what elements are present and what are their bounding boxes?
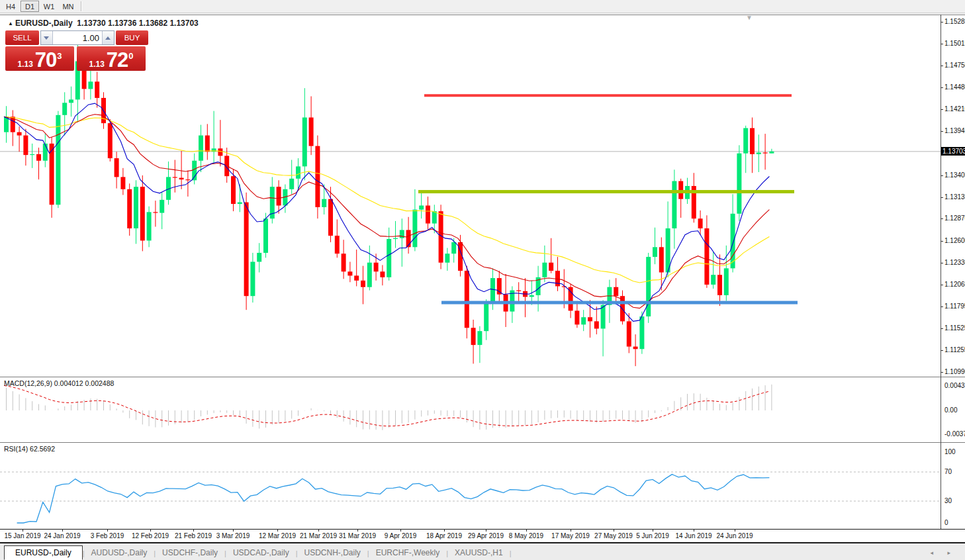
time-axis-tick: [735, 530, 735, 532]
timeframe-button-w1[interactable]: W1: [40, 1, 58, 12]
horizontal-trend-line[interactable]: [424, 94, 792, 97]
main-chart-panel[interactable]: ▲EURUSD-,Daily 1.13730 1.13736 1.13682 1…: [0, 15, 965, 377]
price-axis-tick: [941, 306, 943, 307]
candle-body: [185, 179, 190, 180]
volume-decrease-button[interactable]: [41, 31, 53, 44]
price-axis-tick: [941, 263, 943, 263]
time-axis-label: 27 May 2019: [594, 532, 633, 539]
time-axis-label: 31 Mar 2019: [339, 532, 376, 539]
price-axis-label: 1.12330: [944, 259, 965, 266]
chart-tab-xauusd[interactable]: XAUUSD-,H1: [448, 546, 510, 559]
chart-shift-marker-icon[interactable]: ▼: [746, 14, 753, 21]
rsi-chart-canvas: [0, 443, 941, 529]
chart-ohlc-values: 1.13730 1.13736 1.13682 1.13703: [77, 19, 199, 28]
toolbar-separator: [81, 1, 82, 11]
chart-tab-bar: ◂ ▸ EURUSD-,Daily|AUDUSD-,Daily|USDCHF-,…: [0, 542, 965, 560]
candle-body: [588, 317, 592, 321]
time-axis-label: 24 Jan 2019: [44, 532, 80, 539]
rsi-axis-label: 100: [944, 448, 956, 455]
candle-body: [717, 275, 722, 295]
candle-body: [17, 132, 22, 136]
tab-scroll-right-icon[interactable]: ▸: [947, 549, 950, 556]
moving-average-line: [4, 103, 769, 321]
time-axis-tick: [318, 530, 319, 532]
candle-body: [704, 228, 709, 285]
time-axis-tick: [653, 530, 653, 532]
triangle-down-icon: [44, 36, 49, 40]
macd-label: MACD(12,26,9) 0.004012 0.002488: [4, 379, 114, 387]
chart-tab-usdcnh[interactable]: USDCNH-,Daily: [298, 546, 367, 559]
chart-tab-usdcad[interactable]: USDCAD-,Daily: [226, 546, 296, 559]
candle-body: [322, 199, 326, 207]
candle-body: [36, 154, 41, 161]
candle-body: [354, 275, 359, 280]
candle-body: [361, 281, 365, 287]
candle-body: [633, 347, 638, 350]
time-axis-label: 15 Jan 2019: [4, 532, 40, 539]
candle-body: [173, 177, 177, 177]
candle-body: [244, 203, 249, 297]
time-axis-label: 21 Feb 2019: [175, 532, 212, 539]
current-price-badge: 1.13703: [941, 147, 965, 156]
candle-body: [250, 261, 255, 296]
horizontal-trend-line[interactable]: [418, 190, 794, 193]
time-axis-label: 9 Apr 2019: [385, 532, 416, 539]
time-axis-label: 8 May 2019: [509, 532, 543, 539]
price-axis-tick: [941, 328, 943, 329]
chart-tab-eurusd[interactable]: EURUSD-,Daily: [4, 545, 83, 560]
time-axis-label: 21 Mar 2019: [300, 532, 337, 539]
candle-body: [134, 187, 138, 228]
candle-body: [277, 187, 281, 205]
price-axis-label: 1.14480: [944, 83, 965, 91]
candle-body: [763, 152, 768, 153]
volume-increase-button[interactable]: [102, 31, 114, 44]
chart-tab-eurchf[interactable]: EURCHF-,Weekly: [369, 546, 446, 559]
price-axis-tick: [941, 87, 943, 88]
timeframe-button-h4[interactable]: H4: [1, 1, 20, 12]
chart-tab-usdchf[interactable]: USDCHF-,Daily: [156, 546, 224, 559]
time-axis-label: 17 May 2019: [551, 532, 590, 539]
time-axis-tick: [571, 530, 571, 532]
tab-scroll-left-icon[interactable]: ◂: [930, 549, 933, 556]
mt4-window: H4D1W1MN ▲EURUSD-,Daily 1.13730 1.13736 …: [0, 0, 965, 560]
price-axis-tick: [941, 109, 943, 110]
sell-price-sup: 3: [57, 46, 62, 66]
time-axis-tick: [526, 530, 527, 532]
price-axis-label: 1.12065: [944, 281, 965, 288]
candle-body: [451, 242, 456, 254]
candle-body: [490, 278, 495, 303]
macd-axis-label: 0.004375: [944, 382, 965, 389]
horizontal-trend-line[interactable]: [441, 301, 798, 304]
time-axis-tick: [486, 530, 486, 532]
macd-indicator-panel: MACD(12,26,9) 0.004012 0.002488: [0, 377, 965, 442]
collapse-arrow-icon[interactable]: ▲: [8, 21, 13, 26]
buy-price-button[interactable]: 1.13720: [77, 46, 146, 71]
candle-body: [549, 263, 553, 271]
candle-body: [581, 317, 586, 324]
candle-body: [315, 146, 320, 207]
price-axis-label: 1.14210: [944, 105, 965, 113]
timeframe-toolbar: H4D1W1MN: [0, 0, 965, 13]
candle-body: [574, 310, 579, 324]
macd-chart-canvas: [0, 377, 941, 442]
price-axis-border: [941, 15, 941, 529]
candle-body: [653, 247, 657, 257]
buy-button[interactable]: BUY: [116, 30, 148, 45]
time-axis-tick: [357, 530, 358, 532]
candle-body: [484, 303, 488, 331]
sell-price-button[interactable]: 1.13703: [5, 46, 74, 71]
candle-body: [757, 152, 761, 154]
candle-body: [627, 321, 631, 346]
candle-body: [426, 206, 430, 224]
chart-tab-audusd[interactable]: AUDUSD-,Daily: [85, 546, 154, 559]
timeframe-button-mn[interactable]: MN: [59, 1, 77, 12]
candle-body: [153, 212, 158, 212]
timeframe-button-d1[interactable]: D1: [21, 1, 39, 12]
macd-axis-label: -0.00371: [944, 430, 965, 438]
sell-button[interactable]: SELL: [5, 30, 39, 45]
candle-body: [127, 189, 132, 228]
buy-price-prefix: 1.13: [89, 60, 104, 69]
price-axis-label: 1.12870: [944, 214, 965, 222]
volume-input[interactable]: [53, 31, 102, 44]
candle-body: [374, 263, 379, 272]
